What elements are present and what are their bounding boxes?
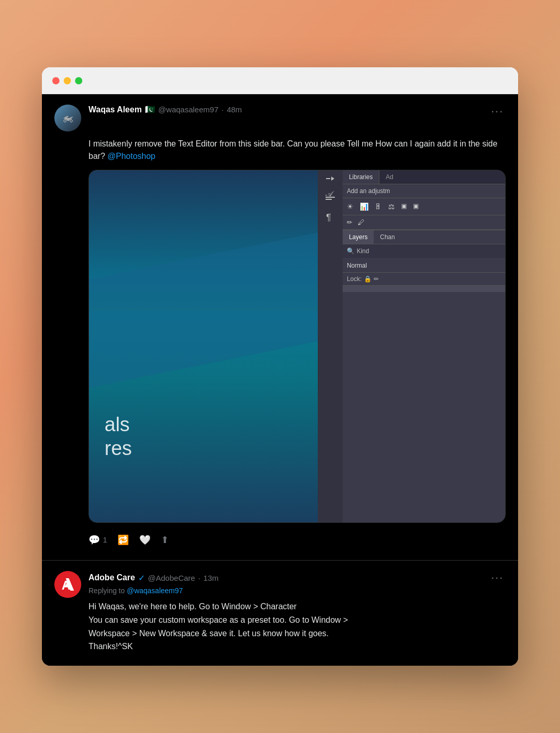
tweet-1-meta: Waqas Aleem 🇵🇰 @waqasaleem97 · 48m ··· (89, 105, 506, 118)
like-icon: 🤍 (139, 534, 151, 546)
ps-normal-label[interactable]: Normal (347, 262, 367, 269)
browser-window: 🏍 Waqas Aleem 🇵🇰 @waqasaleem97 · 48m ···… (42, 67, 518, 665)
share-button[interactable]: ⬆ (161, 530, 179, 550)
tweet-1-body: I mistakenly remove the Text Editor from… (89, 138, 506, 550)
replying-to-label: Replying to (89, 587, 125, 595)
ps-curves-icon[interactable]: 📊 (360, 202, 369, 211)
replying-to-handle[interactable]: @waqasaleem97 (127, 587, 183, 595)
ps-normal-row: Normal (343, 258, 505, 272)
tweet-1-header: 🏍 Waqas Aleem 🇵🇰 @waqasaleem97 · 48m ··· (54, 105, 506, 131)
tweet-1-dot: · (222, 105, 224, 114)
tweet-2-name: Adobe Care (89, 573, 135, 582)
ps-brightness-icon[interactable]: ☀ (347, 202, 353, 211)
like-button[interactable]: 🤍 (139, 530, 161, 550)
ps-extra-icons-row: ✏ 🖊 (343, 215, 505, 230)
tweet-1-user-info: Waqas Aleem 🇵🇰 @waqasaleem97 · 48m (89, 105, 242, 114)
ps-lock-label: Lock: (347, 275, 362, 283)
tweet-1-more-button[interactable]: ··· (489, 105, 506, 118)
ps-add-adjustment: Add an adjustm (343, 184, 505, 198)
avatar-adobe: A (54, 571, 81, 598)
svg-text:𝒜: 𝒜 (325, 190, 334, 198)
reply-icon: 💬 (89, 534, 100, 546)
ps-layers-tabs: Layers Chan (343, 230, 505, 244)
reply-count: 1 (103, 536, 107, 544)
tweet-2-handle[interactable]: @AdobeCare (148, 574, 195, 582)
ps-panel-content: Libraries Ad Add an adjustm ☀ 📊 (343, 170, 505, 522)
tweet-2-dot: · (198, 574, 200, 582)
tweet-1-flag: 🇵🇰 (145, 105, 155, 114)
tweet-2-header: Adobe Care ✓ @AdobeCare · 13m ··· (89, 571, 506, 584)
minimize-button[interactable] (64, 77, 71, 84)
ps-levels-icon[interactable]: 🎚 (375, 202, 382, 211)
ps-canvas-panel: als res (89, 170, 318, 522)
ps-edit-icon[interactable]: ✏ (347, 218, 352, 226)
tweet-1-mention[interactable]: @Photoshop (107, 152, 155, 160)
ps-lock-icon: 🔒 (364, 275, 372, 283)
tweet-2-text: Hi Waqas, we're here to help. Go to Wind… (89, 600, 506, 653)
ps-kind-row: 🔍 Kind (343, 244, 505, 258)
tweet-1: 🏍 Waqas Aleem 🇵🇰 @waqasaleem97 · 48m ···… (42, 94, 518, 561)
ps-lock2-icon: ✏ (374, 275, 379, 283)
ps-search-icon: 🔍 (347, 247, 355, 255)
ps-edit2-icon[interactable]: 🖊 (358, 218, 364, 226)
ps-canvas: als res (89, 170, 318, 522)
ps-layers-tab[interactable]: Layers (343, 230, 374, 244)
tweet-1-handle[interactable]: @waqasaleem97 (158, 105, 218, 114)
tweet-2-replying-to: Replying to @waqasaleem97 (89, 587, 506, 595)
tweet-2-user-info: Adobe Care ✓ @AdobeCare · 13m (89, 573, 218, 583)
ps-icon-type-tool: 𝒜 (321, 186, 340, 204)
svg-text:¶: ¶ (326, 212, 331, 223)
ps-layer-item-1[interactable] (343, 285, 505, 292)
tweet-2-time: 13m (203, 574, 218, 582)
verified-badge-icon: ✓ (138, 573, 145, 583)
svg-rect-1 (326, 199, 332, 200)
ps-lock-row: Lock: 🔒 ✏ (343, 272, 505, 285)
close-button[interactable] (52, 77, 60, 84)
ps-right-panel: 𝒜 ¶ (318, 170, 505, 522)
tweet-1-name: Waqas Aleem (89, 105, 142, 114)
ps-channels-tab[interactable]: Chan (374, 230, 401, 244)
tweet-2-reply: A Adobe Care ✓ @AdobeCare · 13m ··· Repl… (42, 561, 518, 665)
retweet-button[interactable]: 🔁 (117, 530, 139, 550)
fullscreen-button[interactable] (75, 77, 82, 84)
tweet-1-time: 48m (227, 105, 242, 114)
browser-titlebar (42, 67, 518, 94)
traffic-lights (52, 77, 82, 84)
tweet-container: 🏍 Waqas Aleem 🇵🇰 @waqasaleem97 · 48m ···… (42, 94, 518, 665)
ps-adjustments-tab[interactable]: Ad (379, 170, 400, 184)
tweet-2-content: Adobe Care ✓ @AdobeCare · 13m ··· Replyi… (89, 571, 506, 653)
tweet-1-text: I mistakenly remove the Text Editor from… (89, 138, 506, 163)
share-icon: ⬆ (161, 534, 169, 546)
tweet-2-more-button[interactable]: ··· (489, 571, 506, 584)
ps-mask-icon[interactable]: ▣ (401, 202, 407, 211)
ps-canvas-text: als res (105, 413, 132, 460)
svg-text:A: A (62, 578, 70, 592)
reply-button[interactable]: 💬 1 (89, 530, 117, 550)
tweet-1-image: als res (89, 170, 506, 523)
retweet-icon: 🔁 (117, 534, 129, 546)
ps-layers-section: Layers Chan 🔍 Kind Normal (343, 230, 505, 522)
ps-toolbar: 𝒜 ¶ (318, 170, 343, 522)
ps-kind-label[interactable]: Kind (357, 247, 369, 255)
ps-balance-icon[interactable]: ⚖ (388, 202, 395, 211)
ps-adjust-icons-row: ☀ 📊 🎚 ⚖ ▣ ▣ (343, 198, 505, 215)
ps-icon-paragraph-tool: ¶ (321, 208, 340, 226)
avatar-waqas: 🏍 (54, 105, 81, 131)
ps-libraries-tab[interactable]: Libraries (343, 170, 379, 184)
tweet-1-actions: 💬 1 🔁 🤍 ⬆ (89, 530, 506, 550)
ps-mask2-icon[interactable]: ▣ (413, 202, 419, 211)
photoshop-screenshot: als res (89, 170, 505, 522)
